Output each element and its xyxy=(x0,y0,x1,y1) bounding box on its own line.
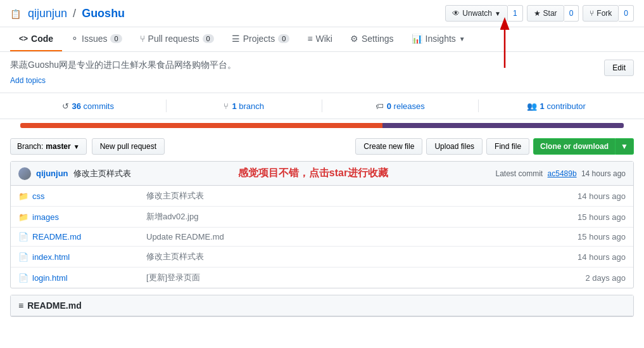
fork-group: ⑂ Fork 0 xyxy=(583,5,634,22)
repo-link[interactable]: Guoshu xyxy=(82,7,125,20)
file-time-readme: 15 hours ago xyxy=(578,232,626,242)
file-time-index: 14 hours ago xyxy=(578,252,626,262)
file-commit-readme: Update README.md xyxy=(146,232,578,242)
commit-sha-link[interactable]: ac5489b xyxy=(548,169,577,178)
nav-tabs: <> Code ⚬ Issues 0 ⑂ Pull requests 0 ☰ P… xyxy=(0,27,644,52)
file-link-login[interactable]: login.html xyxy=(32,273,146,283)
stat-branches: ⑂ 1 branch xyxy=(167,101,322,111)
css-lang-segment xyxy=(382,123,624,128)
tab-issues[interactable]: ⚬ Issues 0 xyxy=(62,27,131,51)
watch-count[interactable]: 1 xyxy=(508,5,523,22)
commits-count[interactable]: 36 commits xyxy=(72,101,114,111)
clone-or-download-button[interactable]: Clone or download xyxy=(533,138,616,155)
tab-code[interactable]: <> Code xyxy=(10,27,62,51)
tab-insights[interactable]: 📊 Insights ▼ xyxy=(403,27,474,51)
repo-description-area: 果蔬Guoshu网是专业的进口生鲜水果食品网络购物平台。 Add topics … xyxy=(0,52,644,93)
tab-pull-requests[interactable]: ⑂ Pull requests 0 xyxy=(131,27,223,51)
top-bar: 📋 qijunjun / Guoshu 👁 Unwatch ▼ 1 ★ Star xyxy=(0,0,644,27)
file-link-images[interactable]: images xyxy=(32,212,146,222)
branch-name: master xyxy=(46,142,70,151)
table-row: 📄 README.md Update README.md 15 hours ag… xyxy=(11,228,633,247)
add-topics-link[interactable]: Add topics xyxy=(10,76,46,85)
tab-settings[interactable]: ⚙ Settings xyxy=(341,27,403,51)
file-time-login: 2 days ago xyxy=(585,273,626,283)
eye-icon: 👁 xyxy=(452,9,460,18)
repo-desc-left: 果蔬Guoshu网是专业的进口生鲜水果食品网络购物平台。 Add topics xyxy=(10,60,236,85)
commit-time: 14 hours ago xyxy=(581,169,626,178)
tab-projects[interactable]: ☰ Projects 0 xyxy=(223,27,299,51)
issues-icon: ⚬ xyxy=(71,34,79,44)
file-commit-images: 新增adv02.jpg xyxy=(146,211,578,222)
star-label: Star xyxy=(543,9,557,18)
clone-dropdown-button[interactable]: ▼ xyxy=(616,138,634,155)
upload-files-button[interactable]: Upload files xyxy=(426,138,483,155)
language-bar-container xyxy=(10,123,634,128)
stat-contributors: 👥 1 contributor xyxy=(479,101,635,111)
commit-avatar xyxy=(18,167,31,180)
branch-selector[interactable]: Branch: master ▼ xyxy=(10,138,87,155)
file-toolbar: Branch: master ▼ New pull request Create… xyxy=(0,132,644,161)
star-button[interactable]: ★ Star xyxy=(527,5,564,22)
language-bar xyxy=(20,123,624,128)
fork-icon: ⑂ xyxy=(590,9,594,18)
file-icon: 📄 xyxy=(18,273,28,283)
file-icon: 📄 xyxy=(18,232,28,242)
branches-count[interactable]: 1 branch xyxy=(232,101,264,111)
pr-badge: 0 xyxy=(203,34,214,43)
readme-title: README.md xyxy=(27,300,82,311)
file-list-header: qijunjun 修改主页样式表 感觉项目不错，点击star进行收藏 Lates… xyxy=(11,162,633,186)
commits-icon: ↺ xyxy=(62,101,69,111)
tab-wiki[interactable]: ≡ Wiki xyxy=(298,27,341,51)
star-count[interactable]: 0 xyxy=(564,5,579,22)
releases-count[interactable]: 0 releases xyxy=(387,101,425,111)
file-link-readme[interactable]: README.md xyxy=(32,232,146,242)
insights-dropdown-icon: ▼ xyxy=(459,35,465,42)
commit-message: 修改主页样式表 xyxy=(73,168,131,179)
repo-description-text: 果蔬Guoshu网是专业的进口生鲜水果食品网络购物平台。 xyxy=(10,60,236,71)
file-commit-index: 修改主页样式表 xyxy=(146,251,578,262)
file-commit-login: [更新]登录页面 xyxy=(146,272,585,283)
settings-icon: ⚙ xyxy=(350,34,358,44)
branch-chevron-icon: ▼ xyxy=(73,143,80,150)
fork-label: Fork xyxy=(597,9,612,18)
insights-icon: 📊 xyxy=(412,34,422,44)
file-link-css[interactable]: css xyxy=(32,191,146,201)
table-row: 📁 css 修改主页样式表 14 hours ago xyxy=(11,186,633,207)
repo-title: 📋 qijunjun / Guoshu xyxy=(10,7,125,20)
projects-badge: 0 xyxy=(278,34,289,43)
star-group: ★ Star 0 xyxy=(527,5,579,22)
file-link-index[interactable]: index.html xyxy=(32,252,146,262)
stat-commits: ↺ 36 commits xyxy=(10,101,166,111)
file-toolbar-right: Create new file Upload files Find file C… xyxy=(355,138,634,155)
repo-icon: 📋 xyxy=(10,9,21,19)
new-pull-request-button[interactable]: New pull request xyxy=(92,138,165,155)
pr-icon: ⑂ xyxy=(140,34,145,44)
create-new-file-button[interactable]: Create new file xyxy=(355,138,422,155)
readme-header: ≡ README.md xyxy=(11,295,633,316)
contributors-count[interactable]: 1 contributor xyxy=(540,101,586,111)
clone-group: Clone or download ▼ xyxy=(533,138,634,155)
file-commit-css: 修改主页样式表 xyxy=(146,190,578,202)
find-file-button[interactable]: Find file xyxy=(486,138,529,155)
chevron-down-icon: ▼ xyxy=(495,10,501,17)
branch-label: Branch: xyxy=(17,142,43,151)
stat-releases: 🏷 0 releases xyxy=(322,101,478,111)
fork-count[interactable]: 0 xyxy=(619,5,634,22)
issues-badge: 0 xyxy=(110,34,122,43)
commit-author[interactable]: qijunjun xyxy=(36,169,68,178)
code-icon: <> xyxy=(19,34,28,43)
file-icon: 📄 xyxy=(18,252,28,262)
edit-description-button[interactable]: Edit xyxy=(604,60,634,76)
folder-icon: 📁 xyxy=(18,191,28,201)
commit-info: Latest commit ac5489b 14 hours ago xyxy=(496,169,626,178)
contributors-icon: 👥 xyxy=(527,101,537,111)
branch-icon: ⑂ xyxy=(224,101,229,111)
fork-button[interactable]: ⑂ Fork xyxy=(583,5,619,22)
wiki-icon: ≡ xyxy=(307,34,312,44)
title-separator: / xyxy=(73,7,76,20)
annotation-text: 感觉项目不错，点击star进行收藏 xyxy=(136,167,491,180)
watch-button[interactable]: 👁 Unwatch ▼ xyxy=(445,5,508,22)
table-row: 📄 login.html [更新]登录页面 2 days ago xyxy=(11,267,633,288)
owner-link[interactable]: qijunjun xyxy=(28,7,67,20)
html-lang-segment xyxy=(20,123,382,128)
